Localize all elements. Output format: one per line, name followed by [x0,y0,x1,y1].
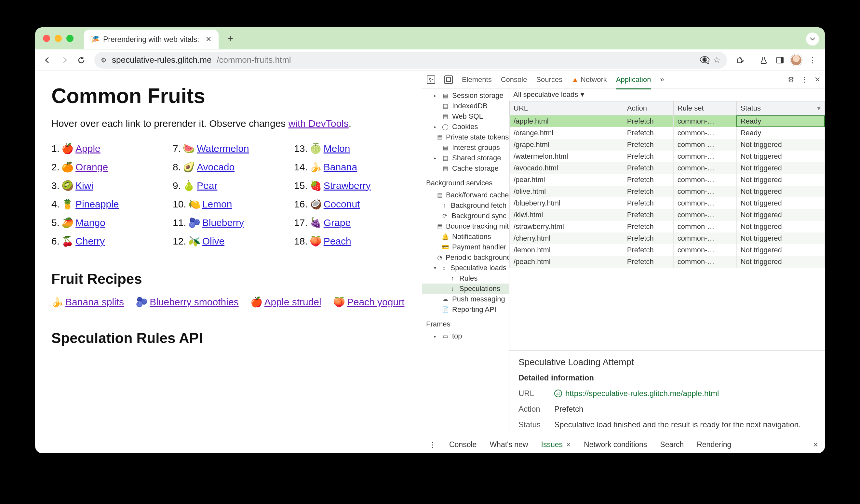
site-settings-icon[interactable]: ⚙ [101,56,107,64]
fruit-link[interactable]: Avocado [197,162,234,172]
table-row[interactable]: /pear.htmlPrefetchcommon-…Not triggered [510,174,825,186]
recipe-link[interactable]: Peach yogurt [347,297,405,307]
sidebar-item[interactable]: ▤Cache storage [422,163,509,174]
fruit-link[interactable]: Mango [75,217,105,228]
intro-link[interactable]: with DevTools [288,118,349,129]
fruit-link[interactable]: Pineapple [75,199,119,210]
side-panel-button[interactable] [773,53,787,67]
tabs-overflow[interactable]: » [660,75,664,84]
table-row[interactable]: /watermelon.htmlPrefetchcommon-…Not trig… [510,150,825,162]
sidebar-item[interactable]: ▤Web SQL [422,111,509,121]
fruit-link[interactable]: Lemon [202,199,232,210]
sidebar-item[interactable]: ▸▤Session storage [422,90,509,101]
tab-network[interactable]: ▲ Network [572,75,607,84]
fruit-link[interactable]: Grape [324,217,350,228]
minimize-window-button[interactable] [55,35,62,42]
fruit-link[interactable]: Pear [197,180,217,191]
labs-button[interactable] [757,53,771,67]
table-row[interactable]: /kiwi.htmlPrefetchcommon-…Not triggered [510,209,825,221]
recipe-link[interactable]: Apple strudel [264,297,321,307]
sidebar-item[interactable]: ▤Back/forward cache [422,190,509,200]
bookmark-star-icon[interactable]: ☆ [713,55,720,65]
fruit-link[interactable]: Olive [202,236,225,246]
inspect-element-icon[interactable] [427,75,435,84]
sidebar-item[interactable]: ▸◯Cookies [422,121,509,132]
fruit-link[interactable]: Orange [75,162,108,172]
recipe-link[interactable]: Blueberry smoothies [149,297,239,307]
sidebar-item[interactable]: ↕Speculations [422,284,509,294]
sidebar-item[interactable]: 🔔Notifications [422,231,509,242]
drawer-tab-issues[interactable]: Issues [541,440,563,453]
col-action[interactable]: Action [623,101,673,115]
drawer-tab-search[interactable]: Search [660,440,684,449]
chrome-menu-button[interactable]: ⋮ [805,53,820,67]
table-row[interactable]: /olive.htmlPrefetchcommon-…Not triggered [510,186,825,197]
fruit-link[interactable]: Strawberry [324,180,371,191]
tab-sources[interactable]: Sources [536,75,562,84]
drawer-menu-icon[interactable]: ⋮ [429,440,436,449]
fruit-link[interactable]: Banana [324,162,357,172]
close-window-button[interactable] [43,35,50,42]
close-icon[interactable]: ✕ [566,441,571,448]
table-row[interactable]: /apple.htmlPrefetchcommon-…Ready [510,115,825,128]
fruit-link[interactable]: Coconut [324,199,360,210]
sidebar-item[interactable]: ◔Periodic background sync [422,252,509,263]
sidebar-item[interactable]: ↕Rules [422,273,509,284]
tab-console[interactable]: Console [501,75,527,84]
tab-elements[interactable]: Elements [462,75,492,84]
recipe-link[interactable]: Banana splits [66,297,124,307]
browser-tab[interactable]: 🎏 Prerendering with web-vitals: ✕ [84,30,218,49]
settings-gear-icon[interactable]: ⚙ [788,75,794,84]
tab-application[interactable]: Application [616,75,651,89]
devtools-menu-icon[interactable]: ⋮ [801,75,808,84]
drawer-tab-console[interactable]: Console [449,440,476,449]
table-row[interactable]: /strawberry.htmlPrefetchcommon-…Not trig… [510,221,825,232]
drawer-tab-rendering[interactable]: Rendering [697,440,731,449]
table-row[interactable]: /avocado.htmlPrefetchcommon-…Not trigger… [510,162,825,174]
col-url[interactable]: URL [510,101,623,115]
table-row[interactable]: /orange.htmlPrefetchcommon-…Ready [510,127,825,139]
tabs-dropdown-button[interactable] [806,32,819,45]
incognito-icon[interactable]: 👁‍🗨 [699,55,710,65]
fruit-link[interactable]: Apple [75,143,101,154]
sidebar-item[interactable]: ▤Private state tokens [422,132,509,142]
address-bar[interactable]: ⚙ speculative-rules.glitch.me/common-fru… [94,52,727,69]
maximize-window-button[interactable] [66,35,73,42]
table-row[interactable]: /peach.htmlPrefetchcommon-…Not triggered [510,256,825,268]
device-toolbar-icon[interactable] [444,75,453,84]
forward-button[interactable] [57,53,72,67]
fruit-link[interactable]: Peach [324,236,351,246]
reload-button[interactable] [74,53,88,67]
new-tab-button[interactable]: + [224,33,237,44]
sidebar-item[interactable]: ▸▤Shared storage [422,153,509,163]
fruit-link[interactable]: Blueberry [202,217,244,228]
devtools-close-icon[interactable]: ✕ [815,75,820,84]
table-row[interactable]: /blueberry.htmlPrefetchcommon-…Not trigg… [510,197,825,209]
drawer-close-icon[interactable]: ✕ [813,441,818,449]
detail-url-value[interactable]: ⇄https://speculative-rules.glitch.me/app… [554,389,816,398]
fruit-link[interactable]: Kiwi [75,180,94,191]
extensions-button[interactable] [733,53,747,67]
table-row[interactable]: /lemon.htmlPrefetchcommon-…Not triggered [510,244,825,256]
fruit-link[interactable]: Melon [324,143,350,154]
fruit-link[interactable]: Watermelon [197,143,249,154]
sidebar-item[interactable]: 📄Reporting API [422,304,509,315]
sidebar-item[interactable]: ▸▭top [422,331,509,342]
table-row[interactable]: /grape.htmlPrefetchcommon-…Not triggered [510,139,825,150]
drawer-tab-netcond[interactable]: Network conditions [584,440,647,449]
fruit-link[interactable]: Cherry [75,236,105,246]
profile-button[interactable] [789,53,803,67]
sidebar-item[interactable]: ↕Background fetch [422,200,509,211]
sidebar-item[interactable]: ⟳Background sync [422,211,509,221]
sidebar-item[interactable]: ▾↕Speculative loads [422,263,509,273]
table-row[interactable]: /cherry.htmlPrefetchcommon-…Not triggere… [510,232,825,244]
col-ruleset[interactable]: Rule set [673,101,736,115]
tab-close-icon[interactable]: ✕ [205,35,212,44]
sidebar-item[interactable]: ☁Push messaging [422,294,509,304]
filter-dropdown[interactable]: All speculative loads ▾ [510,88,825,101]
sidebar-item[interactable]: ▤Interest groups [422,142,509,153]
sidebar-item[interactable]: ▤IndexedDB [422,101,509,111]
sidebar-item[interactable]: ▤Bounce tracking mitigation [422,221,509,231]
drawer-tab-whatsnew[interactable]: What's new [489,440,528,449]
col-status[interactable]: Status▾ [736,101,825,115]
